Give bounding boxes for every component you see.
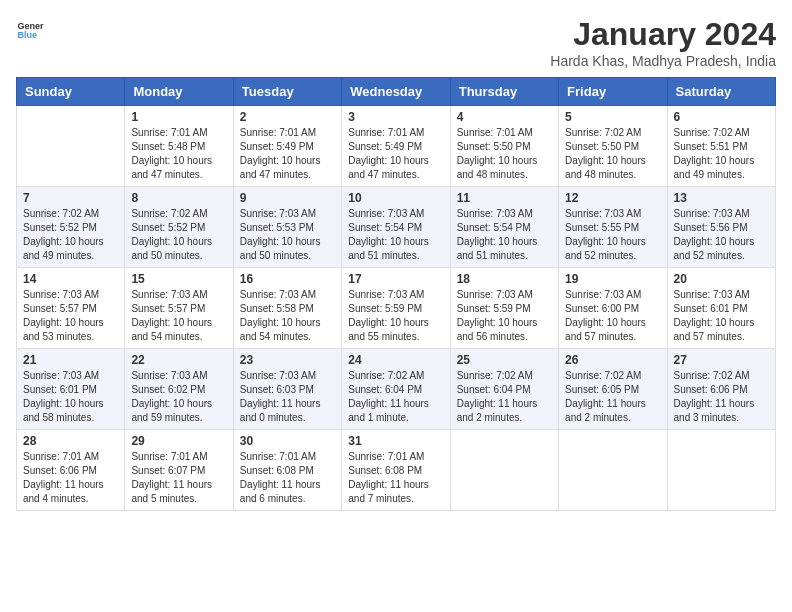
day-info: Sunrise: 7:03 AM Sunset: 6:00 PM Dayligh…: [565, 288, 660, 344]
day-info: Sunrise: 7:03 AM Sunset: 5:57 PM Dayligh…: [131, 288, 226, 344]
day-number: 22: [131, 353, 226, 367]
day-number: 5: [565, 110, 660, 124]
calendar-cell: 20Sunrise: 7:03 AM Sunset: 6:01 PM Dayli…: [667, 268, 775, 349]
day-number: 17: [348, 272, 443, 286]
day-number: 8: [131, 191, 226, 205]
day-number: 9: [240, 191, 335, 205]
calendar-cell: 10Sunrise: 7:03 AM Sunset: 5:54 PM Dayli…: [342, 187, 450, 268]
calendar-week-3: 14Sunrise: 7:03 AM Sunset: 5:57 PM Dayli…: [17, 268, 776, 349]
day-info: Sunrise: 7:03 AM Sunset: 6:01 PM Dayligh…: [674, 288, 769, 344]
day-number: 6: [674, 110, 769, 124]
day-number: 16: [240, 272, 335, 286]
day-number: 19: [565, 272, 660, 286]
calendar-body: 1Sunrise: 7:01 AM Sunset: 5:48 PM Daylig…: [17, 106, 776, 511]
calendar-header-monday: Monday: [125, 78, 233, 106]
calendar-cell: 3Sunrise: 7:01 AM Sunset: 5:49 PM Daylig…: [342, 106, 450, 187]
calendar-cell: 25Sunrise: 7:02 AM Sunset: 6:04 PM Dayli…: [450, 349, 558, 430]
calendar-cell: 8Sunrise: 7:02 AM Sunset: 5:52 PM Daylig…: [125, 187, 233, 268]
calendar-cell: 6Sunrise: 7:02 AM Sunset: 5:51 PM Daylig…: [667, 106, 775, 187]
day-number: 1: [131, 110, 226, 124]
day-info: Sunrise: 7:02 AM Sunset: 5:51 PM Dayligh…: [674, 126, 769, 182]
calendar-header-wednesday: Wednesday: [342, 78, 450, 106]
logo-icon: General Blue: [16, 16, 44, 44]
calendar-cell: 27Sunrise: 7:02 AM Sunset: 6:06 PM Dayli…: [667, 349, 775, 430]
calendar-cell: 7Sunrise: 7:02 AM Sunset: 5:52 PM Daylig…: [17, 187, 125, 268]
calendar-cell: [667, 430, 775, 511]
day-info: Sunrise: 7:02 AM Sunset: 6:04 PM Dayligh…: [348, 369, 443, 425]
calendar-week-1: 1Sunrise: 7:01 AM Sunset: 5:48 PM Daylig…: [17, 106, 776, 187]
day-number: 14: [23, 272, 118, 286]
calendar-cell: [450, 430, 558, 511]
calendar-cell: 1Sunrise: 7:01 AM Sunset: 5:48 PM Daylig…: [125, 106, 233, 187]
calendar-cell: 30Sunrise: 7:01 AM Sunset: 6:08 PM Dayli…: [233, 430, 341, 511]
calendar-cell: 16Sunrise: 7:03 AM Sunset: 5:58 PM Dayli…: [233, 268, 341, 349]
calendar-cell: 31Sunrise: 7:01 AM Sunset: 6:08 PM Dayli…: [342, 430, 450, 511]
day-number: 4: [457, 110, 552, 124]
day-number: 11: [457, 191, 552, 205]
day-info: Sunrise: 7:01 AM Sunset: 5:49 PM Dayligh…: [240, 126, 335, 182]
calendar-cell: 24Sunrise: 7:02 AM Sunset: 6:04 PM Dayli…: [342, 349, 450, 430]
day-info: Sunrise: 7:03 AM Sunset: 6:02 PM Dayligh…: [131, 369, 226, 425]
logo: General Blue General Blue: [16, 16, 44, 44]
day-info: Sunrise: 7:02 AM Sunset: 6:06 PM Dayligh…: [674, 369, 769, 425]
calendar-week-2: 7Sunrise: 7:02 AM Sunset: 5:52 PM Daylig…: [17, 187, 776, 268]
calendar-cell: 11Sunrise: 7:03 AM Sunset: 5:54 PM Dayli…: [450, 187, 558, 268]
day-info: Sunrise: 7:02 AM Sunset: 6:05 PM Dayligh…: [565, 369, 660, 425]
calendar-cell: 2Sunrise: 7:01 AM Sunset: 5:49 PM Daylig…: [233, 106, 341, 187]
day-info: Sunrise: 7:03 AM Sunset: 6:03 PM Dayligh…: [240, 369, 335, 425]
day-number: 24: [348, 353, 443, 367]
svg-text:General: General: [17, 21, 44, 31]
calendar-cell: 12Sunrise: 7:03 AM Sunset: 5:55 PM Dayli…: [559, 187, 667, 268]
day-number: 2: [240, 110, 335, 124]
calendar-cell: 19Sunrise: 7:03 AM Sunset: 6:00 PM Dayli…: [559, 268, 667, 349]
calendar-subtitle: Harda Khas, Madhya Pradesh, India: [550, 53, 776, 69]
calendar-title: January 2024: [550, 16, 776, 53]
day-number: 25: [457, 353, 552, 367]
calendar-header-sunday: Sunday: [17, 78, 125, 106]
day-info: Sunrise: 7:01 AM Sunset: 5:50 PM Dayligh…: [457, 126, 552, 182]
calendar-cell: 17Sunrise: 7:03 AM Sunset: 5:59 PM Dayli…: [342, 268, 450, 349]
day-info: Sunrise: 7:03 AM Sunset: 5:58 PM Dayligh…: [240, 288, 335, 344]
day-info: Sunrise: 7:03 AM Sunset: 5:54 PM Dayligh…: [348, 207, 443, 263]
calendar-cell: 23Sunrise: 7:03 AM Sunset: 6:03 PM Dayli…: [233, 349, 341, 430]
day-info: Sunrise: 7:01 AM Sunset: 5:48 PM Dayligh…: [131, 126, 226, 182]
day-number: 18: [457, 272, 552, 286]
page-header: General Blue General Blue January 2024 H…: [16, 16, 776, 69]
day-info: Sunrise: 7:02 AM Sunset: 6:04 PM Dayligh…: [457, 369, 552, 425]
calendar-week-5: 28Sunrise: 7:01 AM Sunset: 6:06 PM Dayli…: [17, 430, 776, 511]
calendar-header-tuesday: Tuesday: [233, 78, 341, 106]
day-number: 13: [674, 191, 769, 205]
day-number: 20: [674, 272, 769, 286]
calendar-cell: 28Sunrise: 7:01 AM Sunset: 6:06 PM Dayli…: [17, 430, 125, 511]
title-block: January 2024 Harda Khas, Madhya Pradesh,…: [550, 16, 776, 69]
day-info: Sunrise: 7:03 AM Sunset: 5:59 PM Dayligh…: [457, 288, 552, 344]
day-info: Sunrise: 7:03 AM Sunset: 5:55 PM Dayligh…: [565, 207, 660, 263]
day-number: 10: [348, 191, 443, 205]
day-info: Sunrise: 7:02 AM Sunset: 5:52 PM Dayligh…: [23, 207, 118, 263]
day-number: 31: [348, 434, 443, 448]
calendar-table: SundayMondayTuesdayWednesdayThursdayFrid…: [16, 77, 776, 511]
calendar-header-friday: Friday: [559, 78, 667, 106]
day-info: Sunrise: 7:01 AM Sunset: 6:08 PM Dayligh…: [240, 450, 335, 506]
calendar-week-4: 21Sunrise: 7:03 AM Sunset: 6:01 PM Dayli…: [17, 349, 776, 430]
day-info: Sunrise: 7:01 AM Sunset: 6:08 PM Dayligh…: [348, 450, 443, 506]
day-number: 3: [348, 110, 443, 124]
calendar-cell: 29Sunrise: 7:01 AM Sunset: 6:07 PM Dayli…: [125, 430, 233, 511]
calendar-cell: 14Sunrise: 7:03 AM Sunset: 5:57 PM Dayli…: [17, 268, 125, 349]
day-info: Sunrise: 7:01 AM Sunset: 6:07 PM Dayligh…: [131, 450, 226, 506]
day-number: 30: [240, 434, 335, 448]
calendar-header-thursday: Thursday: [450, 78, 558, 106]
calendar-cell: 26Sunrise: 7:02 AM Sunset: 6:05 PM Dayli…: [559, 349, 667, 430]
day-number: 21: [23, 353, 118, 367]
day-info: Sunrise: 7:03 AM Sunset: 5:57 PM Dayligh…: [23, 288, 118, 344]
calendar-cell: 13Sunrise: 7:03 AM Sunset: 5:56 PM Dayli…: [667, 187, 775, 268]
calendar-header-row: SundayMondayTuesdayWednesdayThursdayFrid…: [17, 78, 776, 106]
day-info: Sunrise: 7:03 AM Sunset: 6:01 PM Dayligh…: [23, 369, 118, 425]
calendar-cell: 5Sunrise: 7:02 AM Sunset: 5:50 PM Daylig…: [559, 106, 667, 187]
day-info: Sunrise: 7:02 AM Sunset: 5:50 PM Dayligh…: [565, 126, 660, 182]
day-number: 28: [23, 434, 118, 448]
day-info: Sunrise: 7:01 AM Sunset: 6:06 PM Dayligh…: [23, 450, 118, 506]
day-number: 27: [674, 353, 769, 367]
svg-text:Blue: Blue: [17, 30, 37, 40]
day-info: Sunrise: 7:02 AM Sunset: 5:52 PM Dayligh…: [131, 207, 226, 263]
